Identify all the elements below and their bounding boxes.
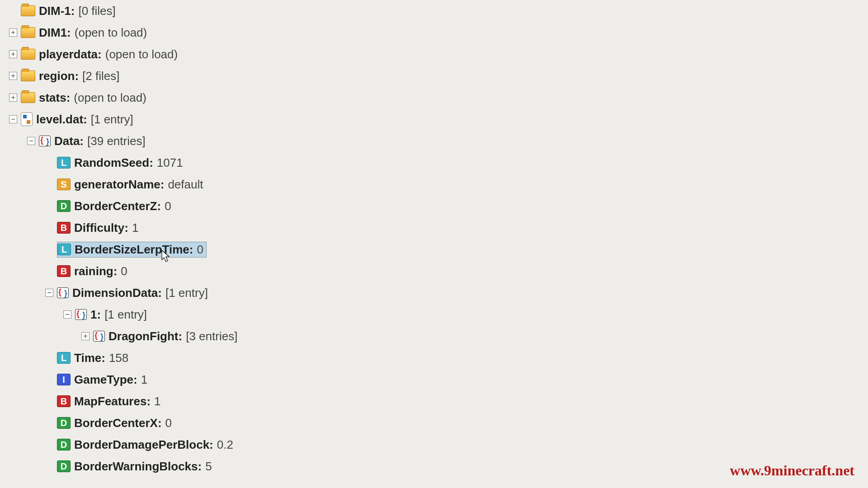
tree-row[interactable]: −{}·DimensionData:[1 entry] — [0, 282, 868, 304]
node-value: [1 entry] — [165, 286, 208, 300]
expand-icon[interactable]: + — [9, 50, 17, 58]
tag-L-icon: L — [57, 157, 71, 169]
node-label: raining: — [74, 264, 117, 278]
node-label: 1: — [90, 308, 101, 322]
collapse-icon[interactable]: − — [63, 310, 71, 319]
node-label: DragonFight: — [108, 329, 182, 343]
tree-row[interactable]: −{}·Data:[39 entries] — [0, 130, 868, 152]
tag-D-icon: D — [57, 460, 71, 472]
tag-B-icon: B — [57, 395, 71, 407]
expand-icon[interactable]: + — [9, 72, 17, 80]
watermark-text: www.9minecraft.net — [730, 462, 854, 479]
tag-B-icon: B — [57, 265, 71, 277]
tag-B-icon: B — [57, 222, 71, 234]
compound-icon: {}· — [75, 309, 87, 320]
node-value: 1 — [141, 373, 147, 387]
node-value: [2 files] — [82, 69, 119, 83]
node-label: level.dat: — [36, 113, 87, 127]
tree-row[interactable]: BDifficulty:1 — [0, 217, 868, 239]
tree-row[interactable]: −level.dat:[1 entry] — [0, 108, 868, 130]
node-label: DIM1: — [39, 26, 71, 40]
nbt-tree: DIM-1:[0 files]+DIM1:(open to load)+play… — [0, 0, 868, 477]
node-value: 0 — [197, 243, 203, 257]
tag-D-icon: D — [57, 417, 71, 429]
tag-S-icon: S — [57, 178, 71, 190]
node-label: DIM-1: — [39, 4, 75, 18]
tree-row[interactable]: +playerdata:(open to load) — [0, 43, 868, 65]
node-label: region: — [39, 69, 79, 83]
node-label: RandomSeed: — [74, 156, 153, 170]
node-value: 0.2 — [217, 438, 233, 452]
tree-row[interactable]: SgeneratorName:default — [0, 174, 868, 195]
tree-row[interactable]: BMapFeatures:1 — [0, 390, 868, 412]
node-label: generatorName: — [74, 178, 164, 192]
node-value: 0 — [165, 199, 171, 213]
tree-row[interactable]: DBorderCenterX:0 — [0, 412, 868, 434]
node-value: [3 entries] — [186, 329, 237, 343]
tree-row[interactable]: LTime:158 — [0, 347, 868, 369]
node-value: [0 files] — [78, 4, 115, 18]
tag-D-icon: D — [57, 200, 71, 212]
collapse-icon[interactable]: − — [27, 137, 35, 145]
node-label: Difficulty: — [74, 221, 128, 235]
tree-row[interactable]: −{}·1:[1 entry] — [0, 304, 868, 325]
tree-row[interactable]: +DIM1:(open to load) — [0, 22, 868, 43]
node-value: 1 — [154, 394, 160, 408]
tree-row[interactable]: DBorderCenterZ:0 — [0, 195, 868, 217]
tree-row[interactable]: +{}·DragonFight:[3 entries] — [0, 325, 868, 347]
folder-icon — [21, 27, 35, 38]
node-value: [39 entries] — [87, 134, 146, 148]
node-value: 0 — [121, 264, 127, 278]
folder-icon — [21, 92, 35, 103]
tree-row[interactable]: DBorderDamagePerBlock:0.2 — [0, 434, 868, 455]
tree-row[interactable]: +region:[2 files] — [0, 65, 868, 87]
node-value: (open to load) — [75, 26, 147, 40]
compound-icon: {}· — [93, 331, 105, 342]
tree-row[interactable]: IGameType:1 — [0, 369, 868, 390]
folder-icon — [21, 49, 35, 60]
file-icon — [21, 113, 33, 126]
node-value: 158 — [109, 351, 128, 365]
compound-icon: {}· — [57, 287, 69, 298]
tag-L-icon: L — [57, 244, 71, 255]
tag-I-icon: I — [57, 374, 71, 385]
node-value: default — [168, 178, 203, 192]
node-label: Time: — [74, 351, 105, 365]
tag-D-icon: D — [57, 439, 71, 450]
collapse-icon[interactable]: − — [45, 289, 53, 297]
folder-icon — [21, 70, 35, 81]
node-value: [1 entry] — [104, 308, 147, 322]
node-label: Data: — [54, 134, 84, 148]
node-value: (open to load) — [105, 47, 178, 61]
expand-icon[interactable]: + — [81, 332, 90, 340]
node-value: 1 — [132, 221, 138, 235]
folder-icon — [21, 5, 35, 16]
expand-icon[interactable]: + — [9, 94, 17, 102]
expand-icon[interactable]: + — [9, 28, 17, 37]
node-value: 0 — [165, 416, 172, 430]
node-label: MapFeatures: — [74, 394, 151, 408]
node-value: (open to load) — [74, 91, 146, 105]
node-label: BorderDamagePerBlock: — [74, 438, 213, 452]
node-label: stats: — [39, 91, 70, 105]
node-value: 1071 — [157, 156, 183, 170]
node-label: BorderCenterZ: — [74, 199, 161, 213]
tree-row[interactable]: LBorderSizeLerpTime:0 — [0, 239, 868, 260]
node-label: BorderCenterX: — [74, 416, 162, 430]
node-label: BorderWarningBlocks: — [74, 460, 202, 474]
collapse-icon[interactable]: − — [9, 115, 17, 123]
tag-L-icon: L — [57, 352, 71, 364]
tree-row[interactable]: Braining:0 — [0, 260, 868, 282]
node-value: 5 — [205, 460, 212, 474]
compound-icon: {}· — [39, 136, 51, 146]
node-label: playerdata: — [39, 47, 102, 61]
node-label: BorderSizeLerpTime: — [75, 243, 193, 257]
tree-row[interactable]: LRandomSeed:1071 — [0, 152, 868, 174]
node-label: DimensionData: — [72, 286, 162, 300]
tree-row[interactable]: DIM-1:[0 files] — [0, 0, 868, 22]
node-label: GameType: — [74, 373, 137, 387]
node-value: [1 entry] — [91, 113, 133, 127]
tree-row[interactable]: +stats:(open to load) — [0, 87, 868, 108]
